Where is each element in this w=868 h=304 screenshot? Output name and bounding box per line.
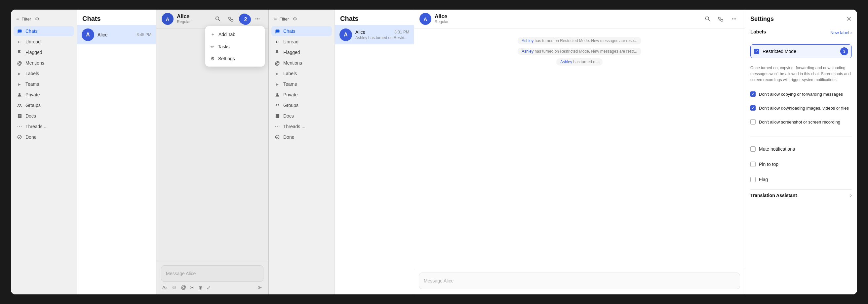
translation-row[interactable]: Translation Assistant ›	[750, 189, 852, 201]
no-copy-checkbox[interactable]	[750, 91, 755, 97]
setting-mute[interactable]: Mute notifications	[750, 144, 852, 154]
svg-point-17	[275, 135, 279, 139]
svg-point-20	[732, 18, 733, 19]
left-dropdown-settings[interactable]: ⚙ Settings	[205, 53, 265, 64]
svg-point-7	[18, 135, 21, 139]
sidebar-item-groups-right[interactable]: Groups	[271, 100, 332, 110]
right-chat-header-name: Alice	[435, 13, 699, 20]
pin-label: Pin to top	[759, 162, 778, 167]
translation-label: Translation Assistant	[750, 193, 797, 198]
private-icon-right	[275, 92, 280, 98]
left-chat-item-name: Alice	[97, 32, 133, 37]
groups-icon-right	[275, 103, 280, 108]
sidebar-label-unread-right: Unread	[283, 39, 299, 45]
left-badge-2[interactable]: 2	[240, 14, 251, 25]
left-format-icon[interactable]: Aa	[162, 285, 167, 290]
svg-point-8	[216, 17, 219, 20]
left-search-btn[interactable]	[213, 13, 223, 24]
left-expand-icon[interactable]: ⤢	[207, 284, 211, 291]
flag-checkbox[interactable]	[750, 177, 755, 182]
svg-point-11	[257, 18, 258, 19]
sidebar-item-chats-left[interactable]: Chats	[13, 26, 74, 36]
left-emoji-icon[interactable]: ☺	[172, 284, 177, 291]
no-copy-label: Don't allow copying or forwarding messag…	[759, 91, 852, 98]
translation-chevron[interactable]: ›	[850, 192, 852, 198]
new-label-btn[interactable]: New label ›	[830, 30, 852, 35]
settings-divider-1	[750, 136, 852, 136]
sidebar-item-private-left[interactable]: Private	[13, 90, 74, 100]
left-chat-item-alice[interactable]: A Alice 3:45 PM	[77, 25, 156, 45]
setting-pin[interactable]: Pin to top	[750, 159, 852, 170]
sidebar-item-threads-right[interactable]: ⋯ Threads ...	[271, 121, 332, 132]
setting-no-download[interactable]: Don't allow downloading images, videos o…	[750, 105, 852, 111]
sidebar-item-labels-left[interactable]: ▶ Labels	[13, 68, 74, 79]
sidebar-item-threads-left[interactable]: ⋯ Threads ...	[13, 121, 74, 132]
settings-close-btn[interactable]: ✕	[846, 15, 852, 23]
sidebar-item-teams-right[interactable]: ▶ Teams	[271, 79, 332, 89]
mute-checkbox[interactable]	[750, 146, 755, 152]
sidebar-item-done-left[interactable]: Done	[13, 132, 74, 142]
restricted-mode-row[interactable]: Restricted Mode 3	[750, 45, 852, 58]
left-phone-btn[interactable]	[226, 13, 236, 24]
teams-chevron-right: ▶	[275, 81, 280, 87]
docs-icon-right	[275, 113, 280, 118]
sidebar-item-private-right[interactable]: Private	[271, 90, 332, 100]
svg-point-21	[734, 18, 735, 19]
no-screenshot-checkbox[interactable]	[750, 119, 755, 125]
no-download-checkbox[interactable]	[750, 105, 755, 111]
setting-no-screenshot[interactable]: Don't allow screenshot or screen recordi…	[750, 119, 852, 125]
sidebar-item-mentions-left[interactable]: @ Mentions	[13, 58, 74, 68]
left-filter-icon[interactable]: ≡	[16, 16, 19, 22]
right-message-input-box[interactable]: Message Alice	[419, 273, 740, 289]
left-send-btn[interactable]: ➤	[257, 284, 262, 291]
right-chat-item-alice[interactable]: A Alice 8:31 PM Ashley has turned on Res…	[335, 25, 414, 45]
left-chat-item-info: Alice	[97, 32, 133, 37]
svg-point-0	[19, 93, 21, 95]
sidebar-item-docs-right[interactable]: Docs	[271, 111, 332, 121]
sidebar-label-mentions-left: Mentions	[26, 60, 44, 65]
tasks-icon: ✏	[211, 44, 215, 49]
right-more-btn[interactable]	[729, 13, 739, 24]
left-message-input-area: Message Alice Aa ☺ @ ✂ ⊕ ⤢ ➤	[156, 261, 268, 295]
sidebar-item-teams-left[interactable]: ▶ Teams	[13, 79, 74, 89]
right-search-btn[interactable]	[703, 13, 713, 24]
left-mention-icon[interactable]: @	[181, 284, 186, 291]
labels-chevron-right: ▶	[275, 71, 280, 76]
restricted-mode-description: Once turned on, copying, forwarding and …	[750, 65, 852, 83]
right-filter-icon[interactable]: ≡	[274, 16, 277, 22]
right-chat-list-title: Chats	[335, 9, 414, 25]
pin-checkbox[interactable]	[750, 162, 755, 167]
svg-point-10	[255, 18, 256, 19]
restricted-mode-checkbox[interactable]	[754, 49, 759, 54]
left-gear-icon[interactable]: ⚙	[35, 16, 39, 22]
sidebar-label-threads-right: Threads ...	[283, 124, 305, 129]
right-chat-header-status: Regular	[435, 20, 699, 24]
sidebar-item-mentions-right[interactable]: @ Mentions	[271, 58, 332, 68]
right-phone-btn[interactable]	[716, 13, 726, 24]
left-message-toolbar: Aa ☺ @ ✂ ⊕ ⤢ ➤	[161, 284, 264, 291]
setting-flag[interactable]: Flag	[750, 174, 852, 185]
sidebar-item-groups-left[interactable]: Groups	[13, 100, 74, 110]
sidebar-item-unread-left[interactable]: ↩ Unread	[13, 37, 74, 47]
sidebar-item-flagged-right[interactable]: Flagged	[271, 47, 332, 57]
msg-sender-3: Ashley	[560, 60, 572, 64]
sidebar-item-chats-right[interactable]: Chats	[271, 26, 332, 36]
left-message-input-box[interactable]: Message Alice	[161, 265, 264, 282]
unread-icon-left: ↩	[17, 39, 22, 45]
sidebar-item-unread-right[interactable]: ↩ Unread	[271, 37, 332, 47]
sidebar-item-done-right[interactable]: Done	[271, 132, 332, 142]
right-msg-notification-1: Ashley has turned on Restricted Mode. Ne…	[420, 37, 739, 45]
sidebar-item-flagged-left[interactable]: Flagged	[13, 47, 74, 57]
sidebar-item-labels-right[interactable]: ▶ Labels	[271, 68, 332, 79]
setting-no-copy[interactable]: Don't allow copying or forwarding messag…	[750, 91, 852, 98]
sidebar-item-docs-left[interactable]: Docs	[13, 111, 74, 121]
svg-point-14	[276, 104, 277, 105]
left-dropdown-tasks[interactable]: ✏ Tasks	[205, 41, 265, 53]
right-gear-icon[interactable]: ⚙	[293, 16, 297, 22]
restricted-mode-badge: 3	[840, 47, 848, 55]
left-scissors-icon[interactable]: ✂	[190, 284, 194, 291]
left-dropdown-add-tab[interactable]: ＋ Add Tab	[205, 28, 265, 41]
svg-point-13	[276, 93, 278, 95]
left-plus-icon[interactable]: ⊕	[198, 284, 203, 291]
left-more-btn[interactable]	[252, 13, 263, 24]
